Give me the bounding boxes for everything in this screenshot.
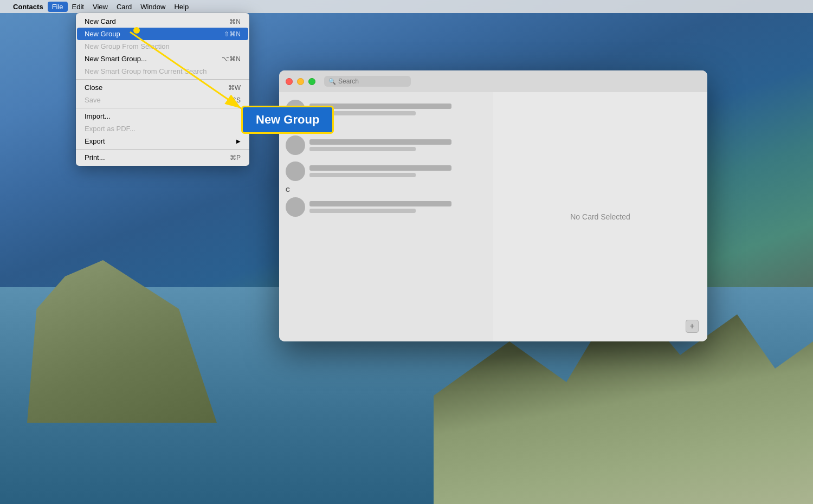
new-group-callout: New Group bbox=[241, 106, 334, 134]
search-input[interactable] bbox=[338, 77, 403, 85]
menu-item-new-group[interactable]: New Group ⇧⌘N bbox=[77, 28, 248, 40]
contacts-detail-panel: No Card Selected + bbox=[493, 92, 707, 341]
landscape-rock bbox=[27, 260, 217, 423]
menu-separator-3 bbox=[76, 149, 249, 150]
dot-indicator bbox=[133, 27, 140, 34]
contact-name-line2 bbox=[309, 209, 416, 213]
window-close-button[interactable] bbox=[286, 78, 293, 85]
window-minimize-button[interactable] bbox=[297, 78, 304, 85]
menu-item-export-pdf-label: Export as PDF... bbox=[85, 125, 136, 133]
avatar bbox=[286, 161, 305, 181]
menubar-item-contacts[interactable]: Contacts bbox=[9, 2, 48, 12]
menu-item-new-card[interactable]: New Card ⌘N bbox=[77, 15, 248, 28]
menu-item-close[interactable]: Close ⌘W bbox=[77, 81, 248, 94]
contact-name-block bbox=[309, 139, 487, 151]
contact-name-line2 bbox=[309, 147, 416, 151]
menu-item-save-label: Save bbox=[85, 96, 101, 104]
menu-item-save: Save ⌘S bbox=[77, 94, 248, 106]
menu-separator-2 bbox=[76, 108, 249, 108]
menu-item-save-shortcut: ⌘S bbox=[230, 96, 241, 104]
menu-item-new-smart-group[interactable]: New Smart Group... ⌥⌘N bbox=[77, 53, 248, 65]
menu-item-export[interactable]: Export ▶ bbox=[77, 135, 248, 147]
avatar bbox=[286, 197, 305, 217]
menubar-item-window[interactable]: Window bbox=[136, 2, 170, 12]
desktop: Contacts File Edit View Card Window Help… bbox=[0, 0, 813, 504]
section-label-c: C bbox=[279, 184, 493, 194]
menu-item-export-pdf: Export as PDF... bbox=[77, 122, 248, 135]
window-maximize-button[interactable] bbox=[308, 78, 315, 85]
add-contact-button[interactable]: + bbox=[686, 320, 699, 333]
menu-item-import-label: Import... bbox=[85, 112, 111, 120]
contacts-window: 🔍 B bbox=[279, 70, 707, 341]
contact-name-line bbox=[309, 165, 451, 171]
menubar: Contacts File Edit View Card Window Help bbox=[0, 0, 813, 13]
window-titlebar: 🔍 bbox=[279, 70, 707, 92]
menu-item-print-label: Print... bbox=[85, 153, 105, 161]
menu-item-import[interactable]: Import... bbox=[77, 110, 248, 122]
file-menu-dropdown: New Card ⌘N New Group ⇧⌘N New Group From… bbox=[76, 13, 249, 166]
window-body: B C bbox=[279, 92, 707, 341]
menubar-item-file[interactable]: File bbox=[48, 2, 68, 12]
menu-item-export-label: Export bbox=[85, 137, 105, 145]
menu-item-new-card-shortcut: ⌘N bbox=[229, 18, 241, 25]
menu-item-new-smart-group-search: New Smart Group from Current Search bbox=[77, 65, 248, 77]
list-item[interactable] bbox=[279, 158, 493, 184]
menu-item-new-group-label: New Group bbox=[85, 30, 120, 38]
no-card-selected-text: No Card Selected bbox=[570, 212, 630, 221]
menu-item-new-group-shortcut: ⇧⌘N bbox=[224, 30, 241, 38]
menu-item-close-label: Close bbox=[85, 83, 102, 92]
submenu-arrow-icon: ▶ bbox=[236, 138, 241, 144]
list-item[interactable] bbox=[279, 194, 493, 220]
contact-name-block bbox=[309, 165, 487, 177]
contact-name-line bbox=[309, 201, 451, 206]
menu-item-new-smart-group-shortcut: ⌥⌘N bbox=[222, 55, 241, 63]
menu-item-print-shortcut: ⌘P bbox=[230, 154, 241, 161]
menu-item-print[interactable]: Print... ⌘P bbox=[77, 151, 248, 164]
menu-item-new-group-from-selection-label: New Group From Selection bbox=[85, 42, 170, 50]
menubar-item-view[interactable]: View bbox=[88, 2, 112, 12]
menu-separator-1 bbox=[76, 79, 249, 80]
search-bar: 🔍 bbox=[324, 76, 411, 87]
menubar-item-card[interactable]: Card bbox=[112, 2, 136, 12]
contact-name-line2 bbox=[309, 173, 416, 177]
contact-name-block bbox=[309, 104, 487, 115]
menu-item-new-card-label: New Card bbox=[85, 17, 116, 25]
menu-item-new-smart-group-label: New Smart Group... bbox=[85, 55, 147, 63]
list-item[interactable] bbox=[279, 132, 493, 158]
menu-item-new-group-from-selection: New Group From Selection bbox=[77, 40, 248, 53]
contact-name-line bbox=[309, 139, 451, 145]
menu-item-close-shortcut: ⌘W bbox=[228, 84, 241, 92]
menubar-item-edit[interactable]: Edit bbox=[68, 2, 88, 12]
avatar bbox=[286, 135, 305, 155]
menubar-item-help[interactable]: Help bbox=[170, 2, 193, 12]
contact-name-block bbox=[309, 201, 487, 213]
search-icon: 🔍 bbox=[328, 78, 336, 85]
menu-item-new-smart-group-search-label: New Smart Group from Current Search bbox=[85, 67, 207, 75]
